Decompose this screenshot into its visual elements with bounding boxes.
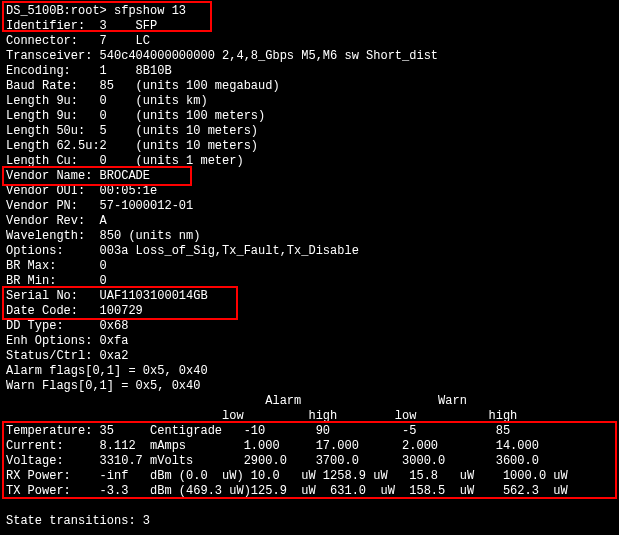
thresh-rx-power: RX Power: -inf dBm (0.0 uW) 10.0 uW 1258… xyxy=(6,469,568,484)
row-vendor-name: Vendor Name: BROCADE xyxy=(6,169,150,184)
terminal-screen[interactable]: DS_5100B:root> sfpshow 13 Identifier: 3 … xyxy=(0,0,619,535)
thresh-header-2: low high low high xyxy=(6,409,517,424)
row-length9u-a: Length 9u: 0 (units km) xyxy=(6,94,208,109)
row-transceiver: Transceiver: 540c404000000000 2,4,8_Gbps… xyxy=(6,49,438,64)
thresh-temperature: Temperature: 35 Centigrade -10 90 -5 85 xyxy=(6,424,510,439)
row-lengthcu: Length Cu: 0 (units 1 meter) xyxy=(6,154,244,169)
row-connector: Connector: 7 LC xyxy=(6,34,150,49)
row-enhoptions: Enh Options: 0xfa xyxy=(6,334,128,349)
row-ddtype: DD Type: 0x68 xyxy=(6,319,128,334)
row-vendor-rev: Vendor Rev: A xyxy=(6,214,107,229)
row-state-transitions: State transitions: 3 xyxy=(6,514,150,529)
row-brmax: BR Max: 0 xyxy=(6,259,107,274)
row-warnflags: Warn Flags[0,1] = 0x5, 0x40 xyxy=(6,379,200,394)
row-options: Options: 003a Loss_of_Sig,Tx_Fault,Tx_Di… xyxy=(6,244,359,259)
row-length625u: Length 62.5u:2 (units 10 meters) xyxy=(6,139,258,154)
thresh-current: Current: 8.112 mAmps 1.000 17.000 2.000 … xyxy=(6,439,539,454)
row-brmin: BR Min: 0 xyxy=(6,274,107,289)
row-length50u: Length 50u: 5 (units 10 meters) xyxy=(6,124,258,139)
row-statusctrl: Status/Ctrl: 0xa2 xyxy=(6,349,128,364)
thresh-header-1: Alarm Warn xyxy=(6,394,467,409)
thresh-voltage: Voltage: 3310.7 mVolts 2900.0 3700.0 300… xyxy=(6,454,539,469)
prompt-line: DS_5100B:root> sfpshow 13 xyxy=(6,4,186,19)
row-baudrate: Baud Rate: 85 (units 100 megabaud) xyxy=(6,79,280,94)
row-encoding: Encoding: 1 8B10B xyxy=(6,64,172,79)
row-vendor-oui: Vendor OUI: 00:05:1e xyxy=(6,184,157,199)
row-datecode: Date Code: 100729 xyxy=(6,304,143,319)
thresh-tx-power: TX Power: -3.3 dBm (469.3 uW)125.9 uW 63… xyxy=(6,484,568,499)
row-identifier: Identifier: 3 SFP xyxy=(6,19,157,34)
row-vendor-pn: Vendor PN: 57-1000012-01 xyxy=(6,199,193,214)
row-length9u-b: Length 9u: 0 (units 100 meters) xyxy=(6,109,265,124)
row-wavelength: Wavelength: 850 (units nm) xyxy=(6,229,200,244)
row-alarmflags: Alarm flags[0,1] = 0x5, 0x40 xyxy=(6,364,208,379)
row-serialno: Serial No: UAF1103100014GB xyxy=(6,289,208,304)
